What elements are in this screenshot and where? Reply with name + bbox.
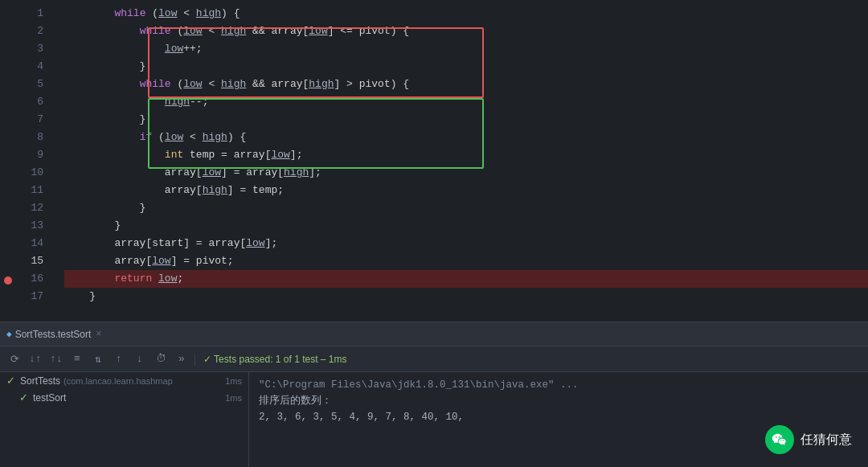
test-status-text: ✓ Tests passed: 1 of 1 test – 1ms [203,354,347,365]
run-toolbar: ⟳ ↓↑ ↑↓ ≡ ⇅ ↑ ↓ ⏱ » ✓ Tests passed: 1 of… [0,346,868,372]
code-line: while (low < high && array[high] > pivot… [64,76,868,93]
run-tab-bar: ◆ SortTests.testSort × [0,322,868,346]
next-button[interactable]: ↓ [132,351,148,367]
test-item-sorttests[interactable]: ✓ SortTests (com.lancao.learn.hashmap 1m… [0,372,248,389]
code-line: int temp = array[low]; [64,146,868,164]
run-tab-icon: ◆ [6,329,12,339]
test-method-dur: 1ms [225,393,242,403]
sort-desc-button[interactable]: ↑↓ [48,351,64,367]
console-line-output: 2, 3, 6, 3, 5, 4, 9, 7, 8, 40, 10, [259,409,858,425]
app-container: 1 2 3 4 5 6 7 8 9 10 11 12 13 14 15 16 1… [0,0,868,467]
code-line: low++; [64,40,868,58]
check-icon-sorttests: ✓ [6,375,15,387]
bottom-panel: ◆ SortTests.testSort × ⟳ ↓↑ ↑↓ ≡ ⇅ ↑ ↓ ⏱… [0,322,868,467]
gutter [0,5,16,317]
run-tab-close[interactable]: × [96,329,101,340]
code-line: } [64,199,868,217]
sort-asc-button[interactable]: ↓↑ [27,351,43,367]
console-line-label: 排序后的数列： [259,393,858,409]
editor-area: 1 2 3 4 5 6 7 8 9 10 11 12 13 14 15 16 1… [0,0,868,322]
code-line: array[start] = array[low]; [64,235,868,252]
line-numbers: 1 2 3 4 5 6 7 8 9 10 11 12 13 14 15 16 1… [16,5,58,317]
test-class-dur: 1ms [225,376,242,386]
watermark-text: 任猜何意 [800,432,852,449]
toolbar-separator [194,353,195,366]
code-line: } [64,58,868,76]
run-tab-label[interactable]: SortTests.testSort [15,329,92,340]
console-line-cmd: "C:\Program Files\Java\jdk1.8.0_131\bin\… [259,377,858,393]
filter-button[interactable]: ≡ [69,351,85,367]
wechat-icon [765,425,794,454]
test-method-name: testSort [33,392,66,404]
code-line: } [64,111,868,129]
more-button[interactable]: » [174,351,190,367]
prev-button[interactable]: ↑ [111,351,127,367]
panel-body: ✓ SortTests (com.lancao.learn.hashmap 1m… [0,372,868,467]
breakpoint-marker [4,277,12,285]
code-content: while (low < high) { while (low < high &… [58,5,868,317]
test-class-pkg: (com.lancao.learn.hashmap [63,376,173,386]
expand-button[interactable]: ⇅ [90,351,106,367]
code-line: } [64,217,868,235]
code-line: if (low < high) { [64,129,868,146]
test-class-name: SortTests [20,375,60,387]
watermark: 任猜何意 [765,425,852,454]
rerun-button[interactable]: ⟳ [6,351,23,367]
code-line: while (low < high && array[low] <= pivot… [64,23,868,40]
code-line-return: return low; [64,270,868,288]
code-line: array[high] = temp; [64,182,868,199]
clock-button[interactable]: ⏱ [153,351,169,367]
code-line: array[low] = pivot; [64,252,868,270]
test-item-testsort[interactable]: ✓ testSort 1ms [0,389,248,406]
code-line: high--; [64,93,868,111]
code-line: array[low] = array[high]; [64,164,868,182]
test-sidebar: ✓ SortTests (com.lancao.learn.hashmap 1m… [0,372,249,467]
code-line: } [64,288,868,305]
code-line: while (low < high) { [64,5,868,23]
check-icon-testsort: ✓ [19,391,28,404]
